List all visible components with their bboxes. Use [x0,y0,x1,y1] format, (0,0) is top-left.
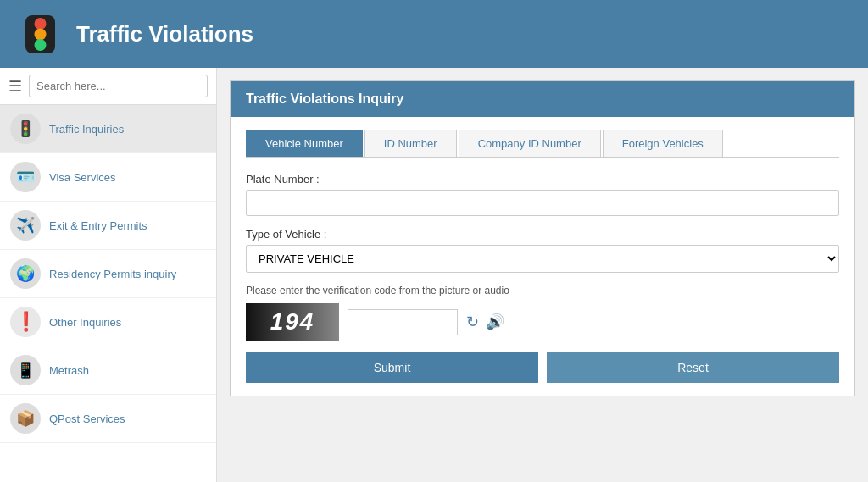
captcha-note: Please enter the verification code from … [246,285,839,296]
main-layout: ☰ 🚦 Traffic Inquiries 🪪 Visa Services ✈️… [0,68,868,482]
exit-entry-icon: ✈️ [10,210,41,241]
sidebar-item-other-inquiries[interactable]: ❗ Other Inquiries [0,298,216,346]
vehicle-type-label: Type of Vehicle : [246,228,839,241]
sidebar-item-label: Visa Services [49,171,116,184]
tab-foreign-vehicles[interactable]: Foreign Vehicles [603,130,723,157]
plate-number-label: Plate Number : [246,173,839,186]
svg-point-1 [35,18,47,30]
captcha-actions: ↻ 🔊 [466,313,504,331]
svg-point-2 [35,28,47,40]
reset-button[interactable]: Reset [547,352,839,383]
sidebar-item-traffic-inquiries[interactable]: 🚦 Traffic Inquiries [0,105,216,153]
sidebar-item-label: Other Inquiries [49,316,121,329]
sidebar-item-label: QPost Services [49,413,125,425]
captcha-refresh-button[interactable]: ↻ [466,313,479,331]
vehicle-type-group: Type of Vehicle : PRIVATE VEHICLE COMMER… [246,228,839,273]
captcha-input[interactable] [348,309,458,335]
captcha-image: 194 [246,303,339,341]
traffic-inquiries-icon: 🚦 [10,114,41,144]
qpost-icon: 📦 [10,403,41,434]
hamburger-icon[interactable]: ☰ [8,77,22,96]
svg-point-3 [35,39,47,51]
inquiry-panel: Traffic Violations Inquiry Vehicle Numbe… [230,80,855,396]
metrash-icon: 📱 [10,355,41,385]
tab-vehicle-number[interactable]: Vehicle Number [246,130,363,157]
captcha-row: 194 ↻ 🔊 [246,303,839,341]
sidebar-item-label: Residency Permits inquiry [49,268,176,280]
sidebar-item-label: Metrash [49,364,89,377]
tabs-bar: Vehicle Number ID Number Company ID Numb… [246,130,839,158]
app-header: Traffic Violations [0,0,868,68]
visa-services-icon: 🪪 [10,162,41,192]
captcha-audio-button[interactable]: 🔊 [486,313,504,331]
submit-button[interactable]: Submit [246,352,538,383]
sidebar: ☰ 🚦 Traffic Inquiries 🪪 Visa Services ✈️… [0,68,217,482]
sidebar-search-bar: ☰ [0,68,216,105]
main-content: Traffic Violations Inquiry Vehicle Numbe… [217,68,868,482]
panel-title: Traffic Violations Inquiry [231,81,854,117]
plate-number-input[interactable] [246,190,839,216]
other-inquiries-icon: ❗ [10,307,41,337]
sidebar-item-metrash[interactable]: 📱 Metrash [0,346,216,395]
app-title: Traffic Violations [76,21,253,47]
tab-company-id[interactable]: Company ID Number [459,130,601,157]
plate-number-group: Plate Number : [246,173,839,216]
sidebar-item-label: Traffic Inquiries [49,123,124,136]
sidebar-item-label: Exit & Entry Permits [49,219,147,232]
sidebar-item-residency-permits[interactable]: 🌍 Residency Permits inquiry [0,250,216,298]
search-input[interactable] [29,75,208,97]
action-buttons: Submit Reset [246,352,839,383]
vehicle-type-select[interactable]: PRIVATE VEHICLE COMMERCIAL VEHICLE MOTOR… [246,245,839,273]
sidebar-item-exit-entry-permits[interactable]: ✈️ Exit & Entry Permits [0,202,216,250]
residency-permits-icon: 🌍 [10,258,41,289]
tab-id-number[interactable]: ID Number [364,130,457,157]
traffic-light-icon [17,11,64,58]
inquiry-body: Vehicle Number ID Number Company ID Numb… [231,117,854,396]
sidebar-item-qpost-services[interactable]: 📦 QPost Services [0,395,216,443]
sidebar-item-visa-services[interactable]: 🪪 Visa Services [0,153,216,202]
